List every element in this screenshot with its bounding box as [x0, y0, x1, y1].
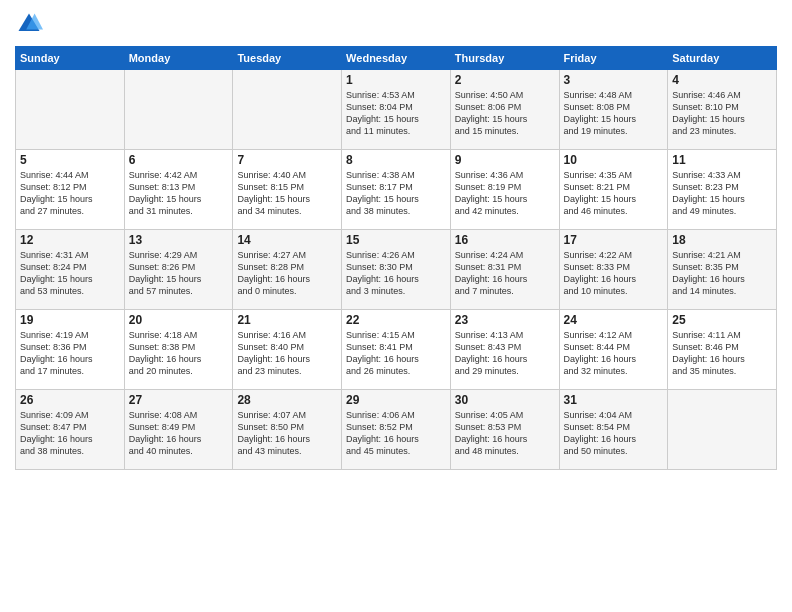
logo: [15, 10, 47, 38]
day-number: 3: [564, 73, 664, 87]
day-info: Sunrise: 4:35 AM Sunset: 8:21 PM Dayligh…: [564, 169, 664, 218]
day-info: Sunrise: 4:53 AM Sunset: 8:04 PM Dayligh…: [346, 89, 446, 138]
day-cell: 9Sunrise: 4:36 AM Sunset: 8:19 PM Daylig…: [450, 150, 559, 230]
day-number: 28: [237, 393, 337, 407]
day-cell: 28Sunrise: 4:07 AM Sunset: 8:50 PM Dayli…: [233, 390, 342, 470]
day-cell: 13Sunrise: 4:29 AM Sunset: 8:26 PM Dayli…: [124, 230, 233, 310]
day-info: Sunrise: 4:21 AM Sunset: 8:35 PM Dayligh…: [672, 249, 772, 298]
day-number: 16: [455, 233, 555, 247]
day-info: Sunrise: 4:13 AM Sunset: 8:43 PM Dayligh…: [455, 329, 555, 378]
col-header-saturday: Saturday: [668, 47, 777, 70]
day-number: 13: [129, 233, 229, 247]
day-info: Sunrise: 4:05 AM Sunset: 8:53 PM Dayligh…: [455, 409, 555, 458]
day-cell: 6Sunrise: 4:42 AM Sunset: 8:13 PM Daylig…: [124, 150, 233, 230]
day-cell: 20Sunrise: 4:18 AM Sunset: 8:38 PM Dayli…: [124, 310, 233, 390]
day-cell: 29Sunrise: 4:06 AM Sunset: 8:52 PM Dayli…: [342, 390, 451, 470]
day-info: Sunrise: 4:24 AM Sunset: 8:31 PM Dayligh…: [455, 249, 555, 298]
header-row: SundayMondayTuesdayWednesdayThursdayFrid…: [16, 47, 777, 70]
day-info: Sunrise: 4:26 AM Sunset: 8:30 PM Dayligh…: [346, 249, 446, 298]
page: SundayMondayTuesdayWednesdayThursdayFrid…: [0, 0, 792, 612]
day-cell: 18Sunrise: 4:21 AM Sunset: 8:35 PM Dayli…: [668, 230, 777, 310]
day-cell: 19Sunrise: 4:19 AM Sunset: 8:36 PM Dayli…: [16, 310, 125, 390]
week-row-2: 5Sunrise: 4:44 AM Sunset: 8:12 PM Daylig…: [16, 150, 777, 230]
day-info: Sunrise: 4:48 AM Sunset: 8:08 PM Dayligh…: [564, 89, 664, 138]
day-cell: 24Sunrise: 4:12 AM Sunset: 8:44 PM Dayli…: [559, 310, 668, 390]
day-cell: 14Sunrise: 4:27 AM Sunset: 8:28 PM Dayli…: [233, 230, 342, 310]
day-info: Sunrise: 4:40 AM Sunset: 8:15 PM Dayligh…: [237, 169, 337, 218]
day-cell: 22Sunrise: 4:15 AM Sunset: 8:41 PM Dayli…: [342, 310, 451, 390]
day-cell: 26Sunrise: 4:09 AM Sunset: 8:47 PM Dayli…: [16, 390, 125, 470]
week-row-5: 26Sunrise: 4:09 AM Sunset: 8:47 PM Dayli…: [16, 390, 777, 470]
day-info: Sunrise: 4:27 AM Sunset: 8:28 PM Dayligh…: [237, 249, 337, 298]
day-cell: 4Sunrise: 4:46 AM Sunset: 8:10 PM Daylig…: [668, 70, 777, 150]
day-number: 22: [346, 313, 446, 327]
col-header-sunday: Sunday: [16, 47, 125, 70]
day-cell: 17Sunrise: 4:22 AM Sunset: 8:33 PM Dayli…: [559, 230, 668, 310]
col-header-friday: Friday: [559, 47, 668, 70]
day-info: Sunrise: 4:08 AM Sunset: 8:49 PM Dayligh…: [129, 409, 229, 458]
day-number: 27: [129, 393, 229, 407]
day-info: Sunrise: 4:07 AM Sunset: 8:50 PM Dayligh…: [237, 409, 337, 458]
week-row-3: 12Sunrise: 4:31 AM Sunset: 8:24 PM Dayli…: [16, 230, 777, 310]
day-cell: 2Sunrise: 4:50 AM Sunset: 8:06 PM Daylig…: [450, 70, 559, 150]
day-cell: 5Sunrise: 4:44 AM Sunset: 8:12 PM Daylig…: [16, 150, 125, 230]
day-info: Sunrise: 4:36 AM Sunset: 8:19 PM Dayligh…: [455, 169, 555, 218]
day-cell: 12Sunrise: 4:31 AM Sunset: 8:24 PM Dayli…: [16, 230, 125, 310]
day-info: Sunrise: 4:38 AM Sunset: 8:17 PM Dayligh…: [346, 169, 446, 218]
day-number: 11: [672, 153, 772, 167]
day-info: Sunrise: 4:33 AM Sunset: 8:23 PM Dayligh…: [672, 169, 772, 218]
day-number: 7: [237, 153, 337, 167]
day-number: 18: [672, 233, 772, 247]
day-cell: 11Sunrise: 4:33 AM Sunset: 8:23 PM Dayli…: [668, 150, 777, 230]
day-cell: [16, 70, 125, 150]
day-number: 25: [672, 313, 772, 327]
calendar-table: SundayMondayTuesdayWednesdayThursdayFrid…: [15, 46, 777, 470]
col-header-wednesday: Wednesday: [342, 47, 451, 70]
day-info: Sunrise: 4:19 AM Sunset: 8:36 PM Dayligh…: [20, 329, 120, 378]
day-info: Sunrise: 4:15 AM Sunset: 8:41 PM Dayligh…: [346, 329, 446, 378]
day-number: 26: [20, 393, 120, 407]
day-info: Sunrise: 4:50 AM Sunset: 8:06 PM Dayligh…: [455, 89, 555, 138]
day-info: Sunrise: 4:31 AM Sunset: 8:24 PM Dayligh…: [20, 249, 120, 298]
col-header-monday: Monday: [124, 47, 233, 70]
day-info: Sunrise: 4:46 AM Sunset: 8:10 PM Dayligh…: [672, 89, 772, 138]
day-number: 12: [20, 233, 120, 247]
day-info: Sunrise: 4:12 AM Sunset: 8:44 PM Dayligh…: [564, 329, 664, 378]
day-info: Sunrise: 4:11 AM Sunset: 8:46 PM Dayligh…: [672, 329, 772, 378]
day-cell: [124, 70, 233, 150]
day-info: Sunrise: 4:42 AM Sunset: 8:13 PM Dayligh…: [129, 169, 229, 218]
day-cell: 23Sunrise: 4:13 AM Sunset: 8:43 PM Dayli…: [450, 310, 559, 390]
day-number: 30: [455, 393, 555, 407]
day-cell: [233, 70, 342, 150]
header: [15, 10, 777, 38]
day-number: 31: [564, 393, 664, 407]
day-cell: 15Sunrise: 4:26 AM Sunset: 8:30 PM Dayli…: [342, 230, 451, 310]
day-number: 15: [346, 233, 446, 247]
day-number: 10: [564, 153, 664, 167]
day-cell: 30Sunrise: 4:05 AM Sunset: 8:53 PM Dayli…: [450, 390, 559, 470]
day-cell: 16Sunrise: 4:24 AM Sunset: 8:31 PM Dayli…: [450, 230, 559, 310]
logo-icon: [15, 10, 43, 38]
day-number: 21: [237, 313, 337, 327]
day-cell: 3Sunrise: 4:48 AM Sunset: 8:08 PM Daylig…: [559, 70, 668, 150]
week-row-4: 19Sunrise: 4:19 AM Sunset: 8:36 PM Dayli…: [16, 310, 777, 390]
day-info: Sunrise: 4:44 AM Sunset: 8:12 PM Dayligh…: [20, 169, 120, 218]
day-info: Sunrise: 4:18 AM Sunset: 8:38 PM Dayligh…: [129, 329, 229, 378]
day-number: 19: [20, 313, 120, 327]
day-number: 29: [346, 393, 446, 407]
day-info: Sunrise: 4:04 AM Sunset: 8:54 PM Dayligh…: [564, 409, 664, 458]
day-number: 14: [237, 233, 337, 247]
day-number: 5: [20, 153, 120, 167]
day-number: 24: [564, 313, 664, 327]
day-number: 6: [129, 153, 229, 167]
day-number: 17: [564, 233, 664, 247]
day-cell: 27Sunrise: 4:08 AM Sunset: 8:49 PM Dayli…: [124, 390, 233, 470]
col-header-thursday: Thursday: [450, 47, 559, 70]
day-cell: 8Sunrise: 4:38 AM Sunset: 8:17 PM Daylig…: [342, 150, 451, 230]
week-row-1: 1Sunrise: 4:53 AM Sunset: 8:04 PM Daylig…: [16, 70, 777, 150]
day-number: 23: [455, 313, 555, 327]
day-info: Sunrise: 4:16 AM Sunset: 8:40 PM Dayligh…: [237, 329, 337, 378]
day-info: Sunrise: 4:22 AM Sunset: 8:33 PM Dayligh…: [564, 249, 664, 298]
day-number: 4: [672, 73, 772, 87]
day-number: 2: [455, 73, 555, 87]
